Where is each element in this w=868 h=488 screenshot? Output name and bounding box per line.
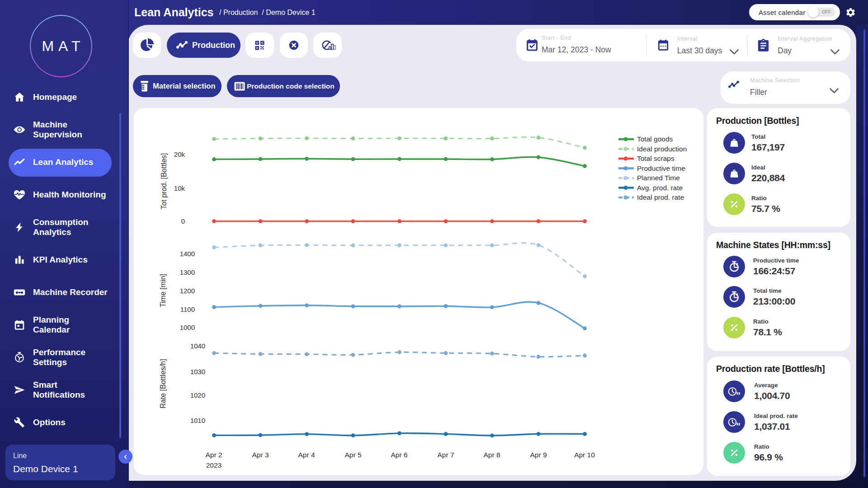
svg-text:1300: 1300 <box>180 268 195 276</box>
svg-text:1020: 1020 <box>190 391 205 399</box>
svg-text:Apr 3: Apr 3 <box>252 451 269 459</box>
svg-text:Avg. prod. rate: Avg. prod. rate <box>637 184 683 192</box>
svg-text:Planned Time: Planned Time <box>637 174 680 182</box>
svg-text:1040: 1040 <box>190 342 205 350</box>
svg-text:Apr 8: Apr 8 <box>483 451 500 459</box>
svg-text:Time [min]: Time [min] <box>159 274 167 307</box>
svg-text:Rate [Bottles/h]: Rate [Bottles/h] <box>159 359 167 408</box>
svg-text:Total scraps: Total scraps <box>637 155 675 162</box>
svg-text:Total goods: Total goods <box>637 135 673 143</box>
svg-text:2023: 2023 <box>206 461 222 469</box>
svg-text:0: 0 <box>181 217 185 225</box>
svg-text:1100: 1100 <box>180 305 195 313</box>
svg-text:1200: 1200 <box>180 287 195 295</box>
svg-text:Ideal production: Ideal production <box>637 145 687 153</box>
svg-text:Ideal prod. rate: Ideal prod. rate <box>637 193 684 201</box>
svg-text:Apr 2: Apr 2 <box>205 451 222 459</box>
svg-text:1030: 1030 <box>190 368 205 375</box>
svg-text:Productive time: Productive time <box>637 164 685 172</box>
svg-text:1000: 1000 <box>180 324 195 331</box>
svg-text:Apr 6: Apr 6 <box>391 451 407 459</box>
svg-text:Apr 5: Apr 5 <box>344 451 361 459</box>
svg-text:Apr 7: Apr 7 <box>437 451 454 459</box>
svg-text:Tot prod. [Bottles]: Tot prod. [Bottles] <box>160 153 168 210</box>
svg-text:1010: 1010 <box>190 417 205 424</box>
svg-text:Apr 9: Apr 9 <box>530 451 547 459</box>
svg-text:Apr 4: Apr 4 <box>298 451 315 459</box>
svg-text:10k: 10k <box>174 184 185 192</box>
svg-text:20k: 20k <box>174 150 185 158</box>
svg-text:1400: 1400 <box>180 250 195 258</box>
svg-text:Apr 10: Apr 10 <box>574 451 595 459</box>
